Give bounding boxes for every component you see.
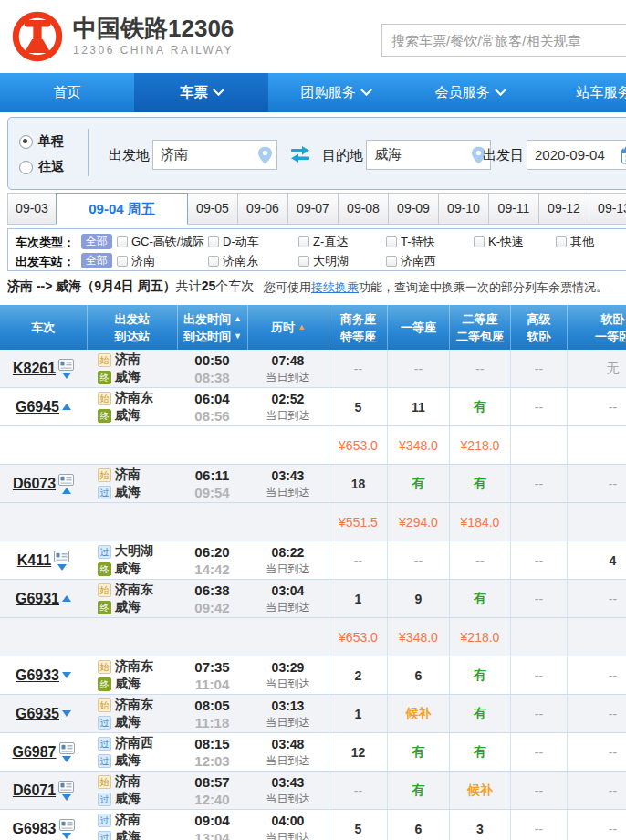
station-type-badge: 始	[98, 468, 111, 482]
checkbox-icon[interactable]	[556, 236, 567, 247]
checkbox-icon[interactable]	[208, 236, 219, 247]
id-card-icon[interactable]	[58, 359, 74, 371]
collapse-arrow-icon[interactable]	[62, 595, 71, 602]
price-empty-cell	[0, 503, 87, 541]
filter-option[interactable]: T-特快	[386, 234, 435, 250]
expand-arrow-icon[interactable]	[62, 710, 71, 717]
sort-asc-icon[interactable]: ▲	[297, 319, 306, 336]
date-tab-09-07[interactable]: 09-07	[287, 193, 339, 225]
train-number-link[interactable]: K411	[17, 552, 51, 569]
sort-desc-icon[interactable]: ▼	[234, 328, 242, 345]
filter-option[interactable]: 其他	[556, 234, 594, 250]
top-header: 中国铁路12306 12306 CHINA RAILWAY	[0, 0, 626, 73]
collapse-arrow-icon[interactable]	[62, 404, 71, 410]
expand-arrow-icon[interactable]	[62, 373, 71, 379]
filter-option[interactable]: 济南东	[208, 253, 258, 269]
station-type-badge: 始	[98, 392, 111, 405]
id-card-icon[interactable]	[58, 781, 74, 793]
search-input[interactable]	[382, 25, 626, 56]
train-wrap: G6945	[16, 399, 71, 415]
column-header-4[interactable]: 历时▲	[247, 305, 329, 350]
date-tab-09-12[interactable]: 09-12	[538, 193, 589, 225]
id-card-icon[interactable]	[59, 742, 75, 754]
filter-all-button[interactable]: 全部	[81, 234, 112, 249]
filter-option[interactable]: K-快速	[474, 234, 524, 250]
column-header-2: 出发站到达站	[87, 305, 177, 350]
id-card-icon[interactable]	[59, 819, 75, 831]
date-tab-09-05[interactable]: 09-05	[187, 193, 238, 225]
id-card-icon[interactable]	[54, 551, 69, 562]
date-tab-09-13[interactable]: 09-13	[589, 193, 626, 225]
date-tab-09-11[interactable]: 09-11	[488, 193, 539, 225]
radio-icon[interactable]	[19, 161, 33, 174]
id-card-icon[interactable]	[58, 474, 74, 486]
nav-item-1[interactable]: 首页	[0, 73, 134, 112]
collapse-arrow-icon[interactable]	[62, 488, 71, 494]
filter-option[interactable]: 大明湖	[298, 253, 349, 269]
expand-arrow-icon[interactable]	[62, 833, 71, 839]
expand-arrow-icon[interactable]	[62, 672, 71, 678]
radio-icon[interactable]	[19, 135, 33, 149]
train-number-link[interactable]: G6983	[12, 821, 56, 837]
filter-option[interactable]: 济南西	[386, 253, 436, 269]
from-station-input[interactable]: 济南	[152, 140, 277, 170]
date-tab-09-06[interactable]: 09-06	[237, 193, 288, 225]
checkbox-icon[interactable]	[298, 256, 309, 267]
filter-option[interactable]: Z-直达	[298, 234, 348, 250]
station-type-badge: 终	[98, 409, 111, 423]
train-number-link[interactable]: G6987	[12, 744, 56, 761]
filter-option[interactable]: D-动车	[208, 234, 259, 250]
swap-stations-icon[interactable]	[289, 146, 311, 163]
train-cell: G6935	[0, 695, 87, 732]
depart-date-input[interactable]: 2020-09-04	[527, 140, 626, 170]
train-number-link[interactable]: G6933	[16, 667, 59, 684]
arrival-note: 当日到达	[266, 485, 310, 500]
filter-all-button[interactable]: 全部	[81, 253, 112, 268]
transfer-link[interactable]: 接续换乘	[311, 280, 359, 294]
train-number-link[interactable]: G6931	[16, 591, 59, 607]
column-header-3[interactable]: 出发时间▲到达时间▼	[177, 305, 247, 350]
expand-arrow-icon[interactable]	[57, 564, 67, 571]
train-number-link[interactable]: G6935	[16, 706, 59, 722]
checkbox-icon[interactable]	[208, 256, 219, 267]
date-tab-09-08[interactable]: 09-08	[338, 193, 389, 225]
nav-item-4[interactable]: 会员服务	[402, 73, 537, 112]
nav-item-2[interactable]: 车票	[134, 73, 268, 112]
train-number-link[interactable]: G6945	[16, 399, 59, 415]
train-number-link[interactable]: D6073	[13, 476, 56, 492]
arrival-station: 过威海	[98, 484, 141, 501]
filter-option-label: K-快速	[488, 234, 524, 250]
expand-arrow-icon[interactable]	[62, 756, 71, 762]
arrival-note: 当日到达	[266, 408, 310, 424]
filter-option[interactable]: GC-高铁/城际	[117, 234, 203, 250]
to-station-input[interactable]: 威海	[366, 140, 491, 170]
checkbox-icon[interactable]	[386, 256, 397, 267]
checkbox-icon[interactable]	[117, 256, 128, 267]
calendar-icon[interactable]	[621, 146, 626, 164]
trip-type-oneway[interactable]: 单程	[19, 132, 64, 151]
checkbox-icon[interactable]	[474, 236, 485, 247]
checkbox-icon[interactable]	[117, 236, 128, 247]
station-type-badge: 过	[98, 831, 111, 840]
date-tab-09-09[interactable]: 09-09	[388, 193, 439, 225]
filter-label: 出发车站：	[16, 254, 75, 270]
filter-row-1: 车次类型： 全部 GC-高铁/城际D-动车Z-直达T-特快K-快速其他	[8, 233, 626, 251]
trip-type-roundtrip[interactable]: 往返	[19, 158, 64, 176]
date-tab-09-04[interactable]: 09-04 周五	[56, 193, 188, 225]
duration-cell: 07:48当日到达	[247, 350, 329, 387]
date-tab-09-10[interactable]: 09-10	[438, 193, 489, 225]
train-number-link[interactable]: D6071	[13, 782, 56, 799]
train-number-link[interactable]: K8261	[13, 361, 56, 377]
sort-asc-icon[interactable]: ▲	[234, 310, 242, 328]
checkbox-icon[interactable]	[386, 236, 397, 247]
column-header-line: 特等座	[340, 328, 376, 345]
expand-arrow-icon[interactable]	[62, 794, 71, 801]
price-empty-cell	[177, 618, 247, 656]
date-tab-09-03[interactable]: 09-03	[7, 193, 57, 225]
checkbox-icon[interactable]	[298, 236, 309, 247]
station-type-badge: 终	[98, 677, 111, 691]
nav-item-3[interactable]: 团购服务	[268, 73, 402, 112]
arrival-time: 08:56	[194, 407, 229, 425]
nav-item-5[interactable]: 站车服务	[537, 73, 626, 112]
filter-option[interactable]: 济南	[117, 253, 155, 269]
